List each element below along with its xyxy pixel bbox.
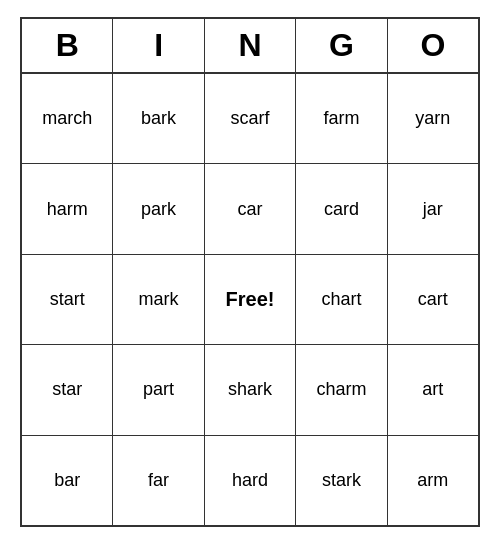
bingo-cell: car xyxy=(205,164,296,253)
bingo-body: marchbarkscarffarmyarnharmparkcarcardjar… xyxy=(22,74,478,525)
bingo-cell: Free! xyxy=(205,255,296,344)
bingo-row: starpartsharkcharmart xyxy=(22,345,478,435)
bingo-cell: bar xyxy=(22,436,113,525)
bingo-cell: hard xyxy=(205,436,296,525)
bingo-cell: yarn xyxy=(388,74,478,163)
bingo-cell: start xyxy=(22,255,113,344)
header-letter: B xyxy=(22,19,113,72)
bingo-cell: harm xyxy=(22,164,113,253)
header-letter: N xyxy=(205,19,296,72)
bingo-cell: stark xyxy=(296,436,387,525)
bingo-cell: march xyxy=(22,74,113,163)
bingo-row: marchbarkscarffarmyarn xyxy=(22,74,478,164)
bingo-card: BINGO marchbarkscarffarmyarnharmparkcarc… xyxy=(20,17,480,527)
bingo-header: BINGO xyxy=(22,19,478,74)
bingo-cell: park xyxy=(113,164,204,253)
bingo-cell: farm xyxy=(296,74,387,163)
bingo-cell: star xyxy=(22,345,113,434)
bingo-cell: bark xyxy=(113,74,204,163)
header-letter: G xyxy=(296,19,387,72)
bingo-cell: card xyxy=(296,164,387,253)
bingo-cell: chart xyxy=(296,255,387,344)
bingo-cell: shark xyxy=(205,345,296,434)
bingo-cell: part xyxy=(113,345,204,434)
bingo-row: startmarkFree!chartcart xyxy=(22,255,478,345)
bingo-cell: scarf xyxy=(205,74,296,163)
bingo-row: barfarhardstarkarm xyxy=(22,436,478,525)
bingo-cell: cart xyxy=(388,255,478,344)
bingo-row: harmparkcarcardjar xyxy=(22,164,478,254)
bingo-cell: charm xyxy=(296,345,387,434)
bingo-cell: far xyxy=(113,436,204,525)
bingo-cell: mark xyxy=(113,255,204,344)
header-letter: O xyxy=(388,19,478,72)
header-letter: I xyxy=(113,19,204,72)
bingo-cell: jar xyxy=(388,164,478,253)
bingo-cell: arm xyxy=(388,436,478,525)
bingo-cell: art xyxy=(388,345,478,434)
